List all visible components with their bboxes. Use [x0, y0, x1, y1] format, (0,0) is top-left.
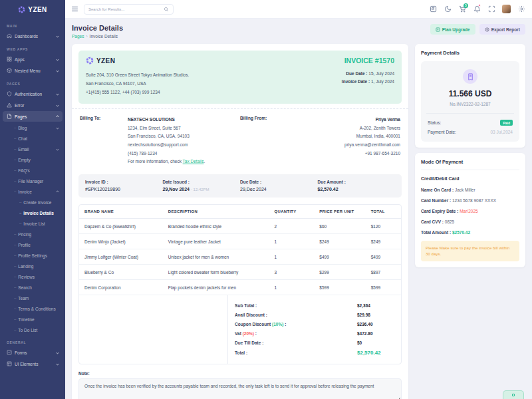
- chevron-down-icon: [56, 351, 59, 354]
- upgrade-icon: [436, 27, 440, 32]
- brand-name: YZEN: [28, 6, 47, 13]
- col-description: DESCRIPTION: [163, 205, 269, 219]
- table-row: Dapzem & Co (Sweatshirt) Branded hoodie …: [79, 219, 401, 234]
- sidebar-item-team[interactable]: Team: [0, 293, 65, 303]
- export-report-button[interactable]: Export Report: [479, 24, 525, 35]
- sidebar-item-ui-elements[interactable]: UI Elements: [3, 358, 63, 369]
- search-input[interactable]: [88, 7, 161, 11]
- sidebar-item-invoice-details[interactable]: Invoice Details: [0, 207, 65, 218]
- sidebar-item-email[interactable]: Email: [0, 144, 65, 154]
- sidebar-item-terms-conditions[interactable]: Terms & Conditions: [0, 303, 65, 314]
- invoice-meta-strip: Invoice ID : #SPK120219890 Date Issued :…: [78, 174, 402, 198]
- sidebar-item-invoice[interactable]: Invoice: [0, 186, 65, 197]
- sidebar-item-create-invoice[interactable]: Create Invoice: [0, 197, 65, 207]
- sidebar-item-invoice-list[interactable]: Invoice List: [0, 218, 65, 229]
- nav-label: Timeline: [18, 317, 34, 322]
- sidebar-item-faqs[interactable]: FAQ's: [0, 165, 65, 176]
- cell-total: $249: [366, 234, 401, 249]
- shield-icon: [7, 91, 12, 96]
- sidebar-item-nested-menu[interactable]: Nested Menu: [3, 65, 63, 76]
- billing-from-name: Priya Verma: [344, 116, 400, 124]
- vat-percent: (20%): [243, 331, 254, 336]
- sidebar-item-profile-settings[interactable]: Profile Settings: [0, 250, 65, 261]
- notifications-bell-icon[interactable]: [473, 5, 481, 13]
- payment-status-rows: Status: Paid Payment Date: 03 Jul,2024: [426, 113, 514, 142]
- country-flag-icon[interactable]: [429, 5, 437, 13]
- form-icon: [7, 350, 12, 355]
- field-label: Total Amount :: [421, 230, 452, 235]
- nav-label: Invoice List: [23, 221, 45, 226]
- breadcrumb-parent[interactable]: Pages: [72, 34, 84, 39]
- billing-section: Billing To: NEXTECH SOLUTIONS 1234, Elm …: [78, 109, 402, 172]
- plan-upgrade-button[interactable]: Plan Upgrade: [430, 24, 475, 35]
- nav-label: Email: [18, 147, 29, 152]
- col-brand-name: BRAND NAME: [79, 205, 163, 219]
- sidebar-item-blog[interactable]: Blog: [0, 122, 65, 133]
- sidebar-item-todo-list[interactable]: To Do List: [0, 325, 65, 335]
- sidebar-item-file-manager[interactable]: File Manager: [0, 176, 65, 186]
- payment-summary-box: 11.566 USD No.INV2322-02-1287 Status: Pa…: [421, 61, 519, 142]
- payment-warning-alert: Please Make sure to pay the invoice bill…: [421, 241, 519, 261]
- total-label: Vat (20%) :: [235, 331, 357, 336]
- total-row-avail-discount: Avail Discount :$29.98: [235, 310, 394, 319]
- total-row-vat: Vat (20%) :$472.80: [235, 329, 394, 338]
- sidebar-item-chat[interactable]: Chat: [0, 133, 65, 144]
- billing-to-line: San Francisco, CA, USA, 94103: [128, 132, 205, 141]
- note-label: Note:: [78, 371, 402, 376]
- sidebar-item-dashboards[interactable]: Dashboards: [3, 31, 63, 41]
- search-icon[interactable]: [164, 7, 169, 12]
- meta-value: $2,570.42: [318, 187, 396, 192]
- topbar-actions: 5: [429, 5, 525, 13]
- cell-qty: 2: [269, 219, 315, 234]
- sidebar-item-apps[interactable]: Apps: [3, 54, 63, 65]
- cell-brand: Jimmy Lolfger (Winter Coat): [79, 249, 163, 265]
- billing-to-name: NEXTECH SOLUTIONS: [128, 116, 205, 124]
- sidebar-item-profile[interactable]: Profile: [0, 239, 65, 250]
- brand-swirl-icon: [86, 57, 94, 65]
- search-box[interactable]: [84, 4, 174, 15]
- nav-label: FAQ's: [18, 168, 30, 173]
- invoice-company-logo: YZEN: [86, 57, 189, 65]
- page-title: Invoice Details: [72, 24, 123, 32]
- sidebar-item-reviews[interactable]: Reviews: [0, 271, 65, 282]
- sidebar-nav: MAIN Dashboards WEB APPS Apps Nested Men…: [0, 19, 65, 369]
- sidebar-item-search[interactable]: Search: [0, 282, 65, 293]
- dark-mode-moon-icon[interactable]: [444, 5, 452, 13]
- brand-logo[interactable]: YZEN: [0, 0, 65, 19]
- chevron-down-icon: [56, 35, 59, 37]
- user-avatar[interactable]: [502, 5, 511, 13]
- sidebar-item-empty[interactable]: Empty: [0, 154, 65, 165]
- payment-date-label: Payment Date:: [428, 130, 456, 134]
- nav-label: Empty: [18, 158, 30, 162]
- sidebar-item-authentication[interactable]: Authentication: [3, 88, 63, 99]
- field-label: Name On Card :: [421, 188, 455, 192]
- sidebar-item-forms[interactable]: Forms: [3, 347, 63, 358]
- billing-from-label: Billing From:: [240, 116, 267, 166]
- settings-gear-icon[interactable]: [517, 5, 525, 13]
- tax-details-link[interactable]: Tax Details: [183, 159, 204, 164]
- cell-brand: Denim Corporation: [79, 280, 163, 295]
- nav-section-general: GENERAL: [0, 335, 65, 346]
- sidebar-item-pages[interactable]: Pages: [3, 111, 63, 122]
- col-price-per-unit: PRICE PER UNIT: [314, 205, 365, 219]
- status-label: Status:: [428, 120, 441, 125]
- meta-label: Due Amount :: [318, 180, 396, 184]
- note-textarea[interactable]: Once the invoice has been verified by th…: [78, 378, 402, 399]
- cart-icon[interactable]: 5: [458, 5, 466, 13]
- sidebar-item-timeline[interactable]: Timeline: [0, 314, 65, 325]
- sidebar-item-error[interactable]: Error: [3, 100, 63, 110]
- nav-label: Reviews: [18, 275, 35, 279]
- sidebar-item-pricing[interactable]: Pricing: [0, 229, 65, 239]
- meta-due-date: Due Date : 29,Dec 2024: [240, 180, 318, 192]
- field-value: $2570.42: [452, 230, 470, 235]
- hamburger-menu-icon[interactable]: [72, 7, 78, 12]
- field-card-expiry: Card Expiry Date : Mar/2025: [421, 209, 519, 213]
- fullscreen-icon[interactable]: [487, 5, 495, 13]
- theme-switcher-button[interactable]: [503, 390, 524, 399]
- nav-label: Dashboards: [15, 34, 38, 39]
- receipt-icon: [463, 69, 477, 84]
- info-end: .: [203, 159, 205, 164]
- billing-to-line: nextechsolutions@support.com: [128, 141, 205, 150]
- sidebar-item-landing[interactable]: Landing: [0, 261, 65, 271]
- billing-from-line: priya.verma@zenithmail.com: [344, 141, 400, 150]
